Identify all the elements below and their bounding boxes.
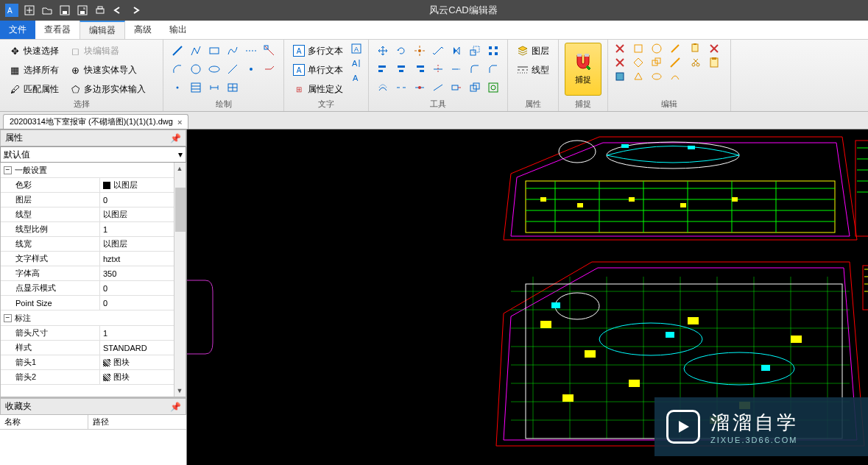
- svg-rect-48: [489, 52, 492, 55]
- oval-icon[interactable]: [651, 71, 667, 82]
- chamfer-icon[interactable]: [485, 61, 501, 77]
- fav-col-path[interactable]: 路径: [88, 415, 113, 429]
- linetype-button[interactable]: 线型: [514, 62, 552, 78]
- app-icon[interactable]: A: [4, 3, 19, 18]
- svg-rect-54: [417, 65, 424, 68]
- align-left-icon[interactable]: [375, 61, 391, 77]
- text-edit-icon[interactable]: A: [350, 72, 362, 84]
- edit-diag-icon[interactable]: [669, 57, 685, 68]
- hatch-icon[interactable]: [188, 79, 204, 96]
- arc-icon[interactable]: [169, 61, 186, 77]
- svg-line-15: [265, 46, 274, 55]
- default-combo[interactable]: 默认值 ▾: [0, 146, 186, 163]
- array-icon[interactable]: [485, 43, 501, 59]
- line-icon[interactable]: [169, 43, 186, 59]
- ray-icon[interactable]: [225, 61, 241, 77]
- edit-poly-icon[interactable]: [632, 57, 649, 68]
- erase-icon[interactable]: [614, 43, 630, 54]
- pin-icon[interactable]: 📌: [170, 402, 181, 412]
- dim-rotated-icon[interactable]: [430, 43, 446, 59]
- menu-file[interactable]: 文件: [0, 21, 35, 39]
- menu-editor[interactable]: 编辑器: [80, 21, 125, 39]
- paste-icon[interactable]: [708, 57, 724, 68]
- collapse-icon[interactable]: −: [4, 314, 12, 322]
- join-icon[interactable]: [412, 79, 428, 96]
- group-tool-icon[interactable]: [485, 79, 501, 96]
- copy-clip-icon[interactable]: [690, 43, 706, 54]
- dtext-button[interactable]: A单行文本: [290, 62, 346, 78]
- stretch-icon[interactable]: [448, 79, 465, 96]
- pin-icon[interactable]: 📌: [170, 133, 181, 143]
- break-icon[interactable]: [393, 79, 409, 96]
- text-height-icon[interactable]: A: [350, 57, 362, 69]
- leader-icon[interactable]: [261, 61, 278, 77]
- quick-import-button[interactable]: ⊕快速实体导入: [66, 62, 149, 78]
- edit-circle-icon[interactable]: [651, 43, 667, 54]
- polyline-icon[interactable]: [188, 43, 204, 59]
- align-right-icon[interactable]: [412, 61, 428, 77]
- dimension-icon[interactable]: [206, 79, 222, 96]
- text-style-icon[interactable]: A: [350, 43, 362, 54]
- close-tab-icon[interactable]: ×: [177, 118, 182, 127]
- curve-icon[interactable]: [669, 71, 685, 82]
- trim-icon[interactable]: [430, 61, 446, 77]
- svg-rect-6: [63, 11, 67, 14]
- redo-icon[interactable]: [128, 3, 143, 18]
- saveas-icon[interactable]: s: [75, 3, 90, 18]
- spline-icon[interactable]: [225, 43, 241, 59]
- menu-output[interactable]: 输出: [160, 21, 196, 39]
- fillet-icon[interactable]: [467, 61, 483, 77]
- rotate-tri-icon[interactable]: [632, 71, 649, 82]
- svg-marker-166: [679, 421, 689, 433]
- collapse-icon[interactable]: −: [4, 166, 12, 174]
- layer-button[interactable]: 图层: [514, 43, 552, 59]
- print-icon[interactable]: [93, 3, 107, 18]
- edit-erase2-icon[interactable]: [614, 57, 630, 68]
- cut-clip-icon[interactable]: [708, 43, 724, 54]
- fav-body[interactable]: [0, 430, 186, 465]
- quick-select-button[interactable]: ✥快速选择: [6, 43, 62, 59]
- undo-icon[interactable]: [110, 3, 125, 18]
- fav-col-name[interactable]: 名称: [0, 415, 88, 429]
- circle-icon[interactable]: [188, 61, 204, 77]
- edit-line-icon[interactable]: [669, 43, 685, 54]
- mirror-icon[interactable]: [448, 43, 465, 59]
- block-editor-button[interactable]: ◻块编辑器: [66, 43, 149, 59]
- save-icon[interactable]: [57, 3, 72, 18]
- edit-copy2-icon[interactable]: [651, 57, 667, 68]
- copy-tool-icon[interactable]: [467, 79, 483, 96]
- mtext-button[interactable]: A多行文本: [290, 43, 346, 59]
- menu-advanced[interactable]: 高级: [125, 21, 160, 39]
- rect-icon[interactable]: [206, 43, 222, 59]
- rotate-icon[interactable]: [393, 43, 409, 59]
- xline-icon[interactable]: [261, 43, 278, 59]
- align-center-icon[interactable]: [393, 61, 409, 77]
- ellipse-icon[interactable]: [206, 61, 222, 77]
- attdef-button[interactable]: ⊞属性定义: [290, 81, 346, 97]
- file-tab[interactable]: 20200314地下室报审 (不砌墙图)(1)(1)(1).dwg ×: [3, 114, 188, 129]
- edit-rect-icon[interactable]: [632, 43, 649, 54]
- construction-line-icon[interactable]: [243, 43, 259, 59]
- move-icon[interactable]: [375, 43, 391, 59]
- new-icon[interactable]: [22, 3, 37, 18]
- point-dot-icon[interactable]: [243, 61, 259, 77]
- snap-button[interactable]: 捕捉: [565, 43, 601, 96]
- cut-icon[interactable]: [690, 57, 706, 68]
- point-icon[interactable]: [169, 79, 186, 96]
- select-all-button[interactable]: ▦选择所有: [6, 62, 62, 78]
- props-list[interactable]: −一般设置 色彩以图层 图层0 线型以图层 线型比例1 线宽以图层 文字样式hz…: [0, 163, 186, 397]
- open-icon[interactable]: [40, 3, 54, 18]
- menu-viewer[interactable]: 查看器: [35, 21, 80, 39]
- table-icon[interactable]: [225, 79, 241, 96]
- scale-icon[interactable]: [467, 43, 483, 59]
- block-insert-icon[interactable]: [614, 71, 630, 82]
- poly-input-button[interactable]: ⬠多边形实体输入: [66, 81, 149, 97]
- scrollbar[interactable]: ▲▼: [174, 163, 186, 397]
- extend-icon[interactable]: [448, 61, 465, 77]
- svg-text:s: s: [83, 6, 85, 10]
- match-prop-button[interactable]: 🖊匹配属性: [6, 81, 62, 97]
- explode-icon[interactable]: [412, 43, 428, 59]
- offset-icon[interactable]: [375, 79, 391, 96]
- drawing-canvas[interactable]: 溜溜自学 ZIXUE.3D66.COM: [187, 129, 868, 465]
- lengthen-icon[interactable]: [430, 79, 446, 96]
